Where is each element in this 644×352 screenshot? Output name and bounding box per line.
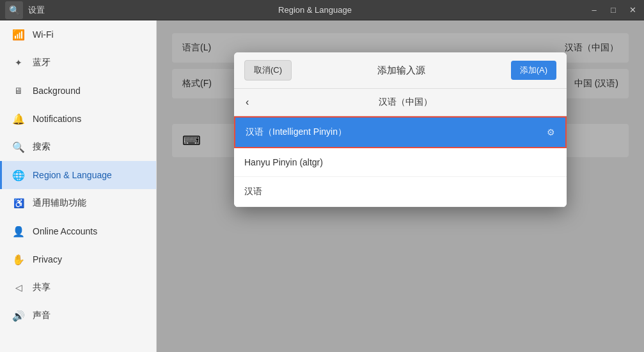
sidebar-label-wifi: Wi-Fi <box>33 29 54 40</box>
close-button[interactable]: ✕ <box>624 1 641 19</box>
sidebar-label-sound: 声音 <box>33 310 51 321</box>
sidebar-label-bluetooth: 蓝牙 <box>33 57 51 68</box>
list-item-label: Hanyu Pinyin (altgr) <box>244 157 323 167</box>
list-item-label: 汉语 <box>244 186 262 197</box>
sidebar-item-sound[interactable]: 🔊 声音 <box>0 302 156 330</box>
sidebar-label-accessibility: 通用辅助功能 <box>33 197 86 209</box>
window-title: Region & Language <box>45 5 585 15</box>
search-icon: 🔍 <box>9 5 20 15</box>
list-item-label: 汉语（Intelligent Pinyin） <box>246 126 347 138</box>
dialog-title: 添加输入源 <box>292 65 511 77</box>
dialog-subheader: ‹ 汉语（中国） <box>234 89 567 116</box>
sidebar-item-search[interactable]: 🔍 搜索 <box>0 133 156 161</box>
back-button[interactable]: ‹ <box>244 95 254 109</box>
dialog-header: 取消(C) 添加输入源 添加(A) <box>234 52 567 89</box>
search-sidebar-icon: 🔍 <box>12 141 25 153</box>
sidebar-label-search: 搜索 <box>33 141 51 153</box>
titlebar: 🔍 设置 Region & Language – □ ✕ <box>0 0 644 20</box>
dialog-overlay: 取消(C) 添加输入源 添加(A) ‹ 汉语（中国） 汉语（Intelligen… <box>157 20 644 352</box>
titlebar-search-button[interactable]: 🔍 <box>5 1 23 19</box>
back-icon: ‹ <box>246 96 249 107</box>
sidebar: 📶 Wi-Fi ✦ 蓝牙 🖥 Background 🔔 Notification… <box>0 20 157 352</box>
sidebar-item-online-accounts[interactable]: 👤 Online Accounts <box>0 217 156 245</box>
gear-icon[interactable]: ⚙ <box>547 127 555 137</box>
main-layout: 📶 Wi-Fi ✦ 蓝牙 🖥 Background 🔔 Notification… <box>0 20 644 352</box>
list-item[interactable]: 汉语 <box>234 177 567 207</box>
sidebar-label-privacy: Privacy <box>33 254 62 264</box>
online-accounts-icon: 👤 <box>12 225 25 238</box>
sidebar-item-bluetooth[interactable]: ✦ 蓝牙 <box>0 49 156 77</box>
window-controls: – □ ✕ <box>585 1 644 19</box>
minimize-button[interactable]: – <box>585 1 603 19</box>
dialog-list: 汉语（Intelligent Pinyin） ⚙ Hanyu Pinyin (a… <box>234 116 567 207</box>
cancel-button[interactable]: 取消(C) <box>244 60 292 80</box>
sidebar-item-region[interactable]: 🌐 Region & Language <box>0 161 156 189</box>
list-item[interactable]: Hanyu Pinyin (altgr) <box>234 148 567 177</box>
add-input-source-dialog: 取消(C) 添加输入源 添加(A) ‹ 汉语（中国） 汉语（Intelligen… <box>234 52 567 207</box>
sidebar-item-background[interactable]: 🖥 Background <box>0 77 156 105</box>
subheader-title: 汉语（中国） <box>254 96 556 108</box>
sidebar-item-accessibility[interactable]: ♿ 通用辅助功能 <box>0 189 156 217</box>
list-item[interactable]: 汉语（Intelligent Pinyin） ⚙ <box>234 116 567 148</box>
sidebar-label-notifications: Notifications <box>33 114 81 124</box>
accessibility-icon: ♿ <box>12 197 25 210</box>
privacy-icon: ✋ <box>12 253 25 266</box>
sidebar-item-privacy[interactable]: ✋ Privacy <box>0 245 156 273</box>
sidebar-label-background: Background <box>33 86 81 96</box>
wifi-icon: 📶 <box>12 28 25 41</box>
content-area: 语言(L) 汉语（中国） 格式(F) 中国 (汉语) ⌨ 取消(C) 添加输入源… <box>157 20 644 352</box>
bluetooth-icon: ✦ <box>12 56 25 69</box>
maximize-button[interactable]: □ <box>604 1 622 19</box>
sidebar-item-wifi[interactable]: 📶 Wi-Fi <box>0 20 156 49</box>
background-icon: 🖥 <box>12 84 25 97</box>
add-button[interactable]: 添加(A) <box>511 61 556 80</box>
share-icon: ◁ <box>12 281 25 294</box>
sidebar-label-online-accounts: Online Accounts <box>33 226 97 236</box>
titlebar-left: 🔍 设置 <box>5 1 45 19</box>
sidebar-label-region: Region & Language <box>33 170 112 180</box>
sound-icon: 🔊 <box>12 309 25 322</box>
sidebar-label-share: 共享 <box>33 282 51 293</box>
notifications-icon: 🔔 <box>12 112 25 125</box>
region-icon: 🌐 <box>12 169 25 181</box>
sidebar-item-share[interactable]: ◁ 共享 <box>0 273 156 302</box>
app-title: 设置 <box>28 4 45 16</box>
sidebar-item-notifications[interactable]: 🔔 Notifications <box>0 105 156 133</box>
